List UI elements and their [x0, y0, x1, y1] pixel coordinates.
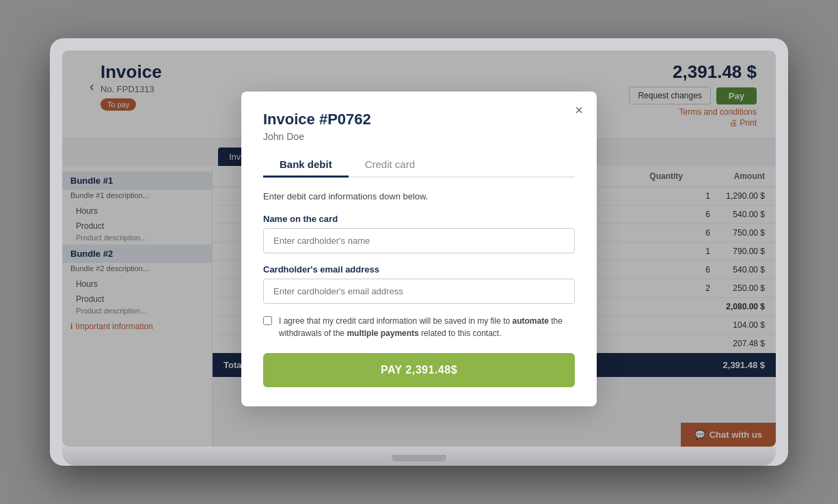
name-label: Name on the card — [263, 214, 575, 224]
cardholder-name-input[interactable] — [263, 228, 575, 253]
laptop-base — [62, 447, 776, 466]
pay-button-modal[interactable]: PAY 2,391.48$ — [263, 353, 575, 387]
consent-area: I agree that my credit card information … — [263, 315, 575, 339]
payment-modal: × Invoice #P0762 John Doe Bank debit Cre… — [241, 92, 597, 406]
email-label: Cardholder's email address — [263, 264, 575, 275]
tab-bank-debit[interactable]: Bank debit — [263, 153, 349, 178]
modal-title: Invoice #P0762 — [263, 111, 575, 128]
app-background: ‹ Invoice No. FPD1313 To pay 2,391.48 $ … — [62, 51, 776, 447]
consent-checkbox[interactable] — [263, 316, 272, 325]
tab-credit-card[interactable]: Credit card — [349, 153, 431, 176]
modal-description: Enter debit card informations down below… — [263, 191, 575, 201]
modal-customer: John Doe — [263, 131, 575, 142]
laptop-frame: ‹ Invoice No. FPD1313 To pay 2,391.48 $ … — [50, 38, 788, 466]
modal-close-button[interactable]: × — [575, 102, 583, 118]
cardholder-email-input[interactable] — [263, 279, 575, 304]
consent-text: I agree that my credit card information … — [279, 315, 575, 339]
modal-tabs: Bank debit Credit card — [263, 153, 575, 178]
laptop-notch — [392, 455, 446, 462]
modal-overlay: × Invoice #P0762 John Doe Bank debit Cre… — [62, 51, 776, 447]
laptop-screen: ‹ Invoice No. FPD1313 To pay 2,391.48 $ … — [62, 51, 776, 447]
